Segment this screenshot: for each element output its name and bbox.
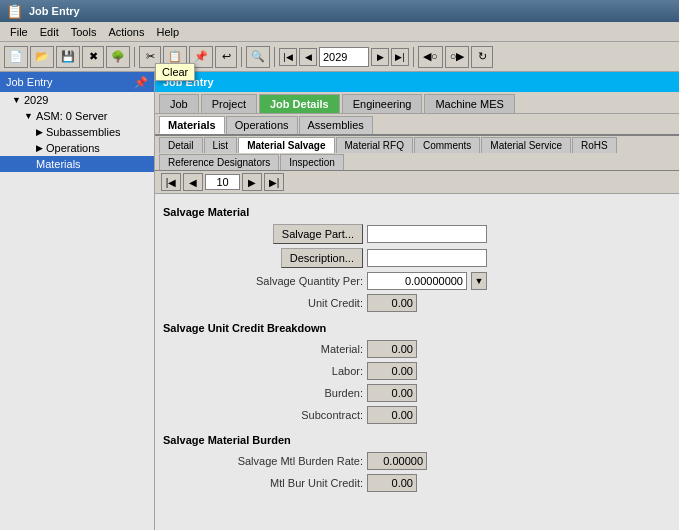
clear-popup[interactable]: Clear	[155, 63, 195, 81]
burden-rate-label: Salvage Mtl Burden Rate:	[238, 455, 363, 467]
rec-first-btn[interactable]: |◀	[161, 173, 181, 191]
burden-rate-input	[367, 452, 427, 470]
salvage-qty-dropdown[interactable]: ▼	[471, 272, 487, 290]
tree-btn[interactable]: 🌳	[106, 46, 130, 68]
menu-edit[interactable]: Edit	[34, 26, 65, 38]
tab-machine-mes[interactable]: Machine MES	[424, 94, 514, 113]
tab-job-details[interactable]: Job Details	[259, 94, 340, 113]
prev-btn[interactable]: ◀	[299, 48, 317, 66]
save-btn[interactable]: 💾	[56, 46, 80, 68]
open-btn[interactable]: 📂	[30, 46, 54, 68]
toolbar: 📄 📂 💾 ✖ 🌳 ✂ 📋 📌 ↩ 🔍 |◀ ◀ ▶ ▶| ◀○ ○▶ ↻	[0, 42, 679, 72]
burden-rate-row: Salvage Mtl Burden Rate:	[163, 452, 671, 470]
salvage-material-title: Salvage Material	[163, 206, 671, 218]
description-btn[interactable]: Description...	[281, 248, 363, 268]
tree-item-job[interactable]: ▼ 2029	[0, 92, 154, 108]
sub-tab-bar: Materials Operations Assemblies	[155, 114, 679, 136]
tab-engineering[interactable]: Engineering	[342, 94, 423, 113]
inner-tab-list[interactable]: List	[204, 137, 238, 153]
search-btn[interactable]: 🔍	[246, 46, 270, 68]
sidebar: Job Entry 📌 ▼ 2029 ▼ ASM: 0 Server ▶ Sub…	[0, 72, 155, 530]
tree-arrow-asm: ▼	[24, 111, 33, 121]
toolbar-sep-4	[413, 47, 414, 67]
tab-job[interactable]: Job	[159, 94, 199, 113]
burden-input	[367, 384, 417, 402]
unit-credit-label: Unit Credit:	[308, 297, 363, 309]
delete-btn[interactable]: ✖	[82, 46, 104, 68]
inner-tab-material-service[interactable]: Material Service	[481, 137, 571, 153]
bur-unit-credit-label: Mtl Bur Unit Credit:	[270, 477, 363, 489]
tree-item-subassemblies[interactable]: ▶ Subassemblies	[0, 124, 154, 140]
first-btn[interactable]: |◀	[279, 48, 297, 66]
tree-arrow-job: ▼	[12, 95, 21, 105]
menu-help[interactable]: Help	[150, 26, 185, 38]
salvage-qty-input[interactable]	[367, 272, 467, 290]
toolbar-sep-1	[134, 47, 135, 67]
description-input[interactable]	[367, 249, 487, 267]
sub-tab-assemblies[interactable]: Assemblies	[299, 116, 373, 134]
new-btn[interactable]: 📄	[4, 46, 28, 68]
main-container: Job Entry 📌 ▼ 2029 ▼ ASM: 0 Server ▶ Sub…	[0, 72, 679, 530]
salvage-unit-credit-title: Salvage Unit Credit Breakdown	[163, 322, 671, 334]
material-input	[367, 340, 417, 358]
unit-credit-row: Unit Credit:	[163, 294, 671, 312]
material-row: Material:	[163, 340, 671, 358]
sub-tab-operations[interactable]: Operations	[226, 116, 298, 134]
labor-input	[367, 362, 417, 380]
salvage-part-row: Salvage Part...	[163, 224, 671, 244]
tab-project[interactable]: Project	[201, 94, 257, 113]
top-tab-bar: Job Project Job Details Engineering Mach…	[155, 92, 679, 114]
forward-btn[interactable]: ○▶	[445, 46, 470, 68]
tree-item-materials[interactable]: Materials	[0, 156, 154, 172]
undo-btn[interactable]: ↩	[215, 46, 237, 68]
tree-item-asm[interactable]: ▼ ASM: 0 Server	[0, 108, 154, 124]
rec-prev-btn[interactable]: ◀	[183, 173, 203, 191]
rec-last-btn[interactable]: ▶|	[264, 173, 284, 191]
sidebar-header: Job Entry 📌	[0, 72, 154, 92]
tree-label-sub: Subassemblies	[46, 126, 121, 138]
bur-unit-credit-input	[367, 474, 417, 492]
clear-popup-text: Clear	[162, 66, 188, 78]
burden-label: Burden:	[324, 387, 363, 399]
inner-tab-material-salvage[interactable]: Material Salvage	[238, 137, 334, 153]
title-bar: 📋 Job Entry	[0, 0, 679, 22]
tree-label-job: 2029	[24, 94, 48, 106]
rec-next-btn[interactable]: ▶	[242, 173, 262, 191]
tree-label-ops: Operations	[46, 142, 100, 154]
inner-tab-material-rfq[interactable]: Material RFQ	[336, 137, 413, 153]
inner-tab-inspection[interactable]: Inspection	[280, 154, 344, 170]
tree-item-operations[interactable]: ▶ Operations	[0, 140, 154, 156]
tree-label-asm: ASM: 0 Server	[36, 110, 108, 122]
sidebar-pin[interactable]: 📌	[134, 76, 148, 89]
menu-tools[interactable]: Tools	[65, 26, 103, 38]
material-label: Material:	[321, 343, 363, 355]
description-row: Description...	[163, 248, 671, 268]
toolbar-sep-3	[274, 47, 275, 67]
salvage-part-btn[interactable]: Salvage Part...	[273, 224, 363, 244]
inner-tab-detail[interactable]: Detail	[159, 137, 203, 153]
title-bar-text: Job Entry	[29, 5, 80, 17]
toolbar-sep-2	[241, 47, 242, 67]
refresh-btn[interactable]: ↻	[471, 46, 493, 68]
menu-file[interactable]: File	[4, 26, 34, 38]
inner-tab-ref-des[interactable]: Reference Designators	[159, 154, 279, 170]
record-nav: |◀ ◀ ▶ ▶|	[155, 171, 679, 194]
last-btn[interactable]: ▶|	[391, 48, 409, 66]
menu-bar: File Edit Tools Actions Help	[0, 22, 679, 42]
inner-tab-rohs[interactable]: RoHS	[572, 137, 617, 153]
record-number-input[interactable]	[205, 174, 240, 190]
subcontract-input	[367, 406, 417, 424]
tree-arrow-ops: ▶	[36, 143, 43, 153]
form-area: Salvage Material Salvage Part... Descrip…	[155, 194, 679, 530]
tree-label-materials: Materials	[36, 158, 81, 170]
salvage-part-input[interactable]	[367, 225, 487, 243]
inner-tab-bar: Detail List Material Salvage Material RF…	[155, 136, 679, 171]
inner-tab-comments[interactable]: Comments	[414, 137, 480, 153]
job-number-input[interactable]	[319, 47, 369, 67]
title-bar-icon: 📋	[6, 3, 23, 19]
next-btn[interactable]: ▶	[371, 48, 389, 66]
menu-actions[interactable]: Actions	[102, 26, 150, 38]
sub-tab-materials[interactable]: Materials	[159, 116, 225, 134]
subcontract-label: Subcontract:	[301, 409, 363, 421]
back-btn[interactable]: ◀○	[418, 46, 443, 68]
